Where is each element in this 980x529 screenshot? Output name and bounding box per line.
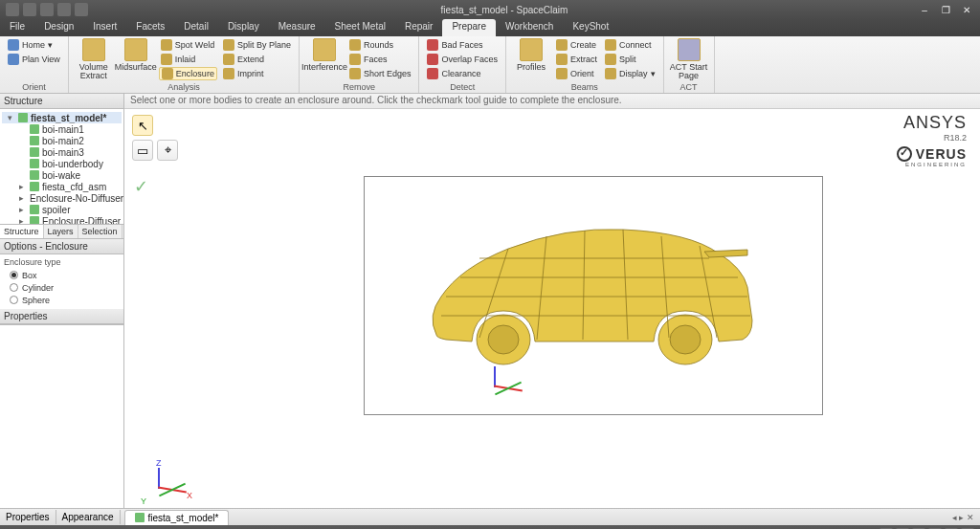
ribbon-group-analysis: Volume Extract Midsurface Spot Weld Inla… [69,36,300,93]
tree-item[interactable]: ▸fiesta_cfd_asm [2,181,122,192]
group-orient-label: Orient [6,82,62,93]
spot-weld-button[interactable]: Spot Weld [159,38,217,52]
group-analysis-label: Analysis [75,82,293,93]
imprint-button[interactable]: Imprint [221,67,293,80]
svg-point-3 [670,325,701,354]
qat-save-icon[interactable] [23,3,36,16]
overlap-faces-button[interactable]: Overlap Faces [425,53,500,66]
tree-root[interactable]: ▾fiesta_st_model* [2,112,122,123]
tree-item[interactable]: ▸Enclosure-Diffuser [2,215,122,224]
rounds-button[interactable]: Rounds [347,38,413,52]
box-tool-button[interactable]: ▭ [132,140,153,161]
ribbon: Home ▾ Plan View Orient Volume Extract M… [0,36,980,94]
tab-measure[interactable]: Measure [269,19,325,36]
cursor-icon: ↖ [138,119,148,133]
properties-panel-title: Properties [0,309,123,324]
tree-item[interactable]: boi-wake [2,169,122,181]
imprint-icon [223,68,234,79]
tree-item[interactable]: boi-underbody [2,158,122,169]
tree-item[interactable]: boi-main1 [2,123,122,135]
close-button[interactable]: ✕ [957,3,976,16]
sidebar-tab-layers[interactable]: Layers [44,225,78,238]
side-doc-tab-appearance[interactable]: Appearance [56,510,121,524]
maximize-button[interactable]: ❐ [936,3,955,16]
tree-item[interactable]: ▸spoiler [2,204,122,215]
tab-detail[interactable]: Detail [174,19,218,36]
short-edges-button[interactable]: Short Edges [347,67,413,80]
volume-extract-button[interactable]: Volume Extract [75,38,113,80]
tab-keyshot[interactable]: KeyShot [563,19,618,36]
home-button[interactable]: Home ▾ [6,38,62,52]
act-start-button[interactable]: ACT Start Page [670,38,708,80]
complete-check-button[interactable]: ✓ [134,176,148,197]
tab-insert[interactable]: Insert [83,19,126,36]
extend-icon [223,54,234,65]
beams-create-button[interactable]: Create [554,38,599,52]
tree-item[interactable]: boi-main2 [2,135,122,146]
bad-faces-button[interactable]: Bad Faces [425,38,500,52]
side-doc-tab-properties[interactable]: Properties [0,510,56,524]
y-label: Y [141,496,146,506]
radio-sphere[interactable]: Sphere [4,294,120,306]
qat-undo-icon[interactable] [40,3,54,16]
interference-icon [313,38,336,61]
profiles-button[interactable]: Profiles [512,38,550,72]
qat-app-icon[interactable] [6,3,19,16]
ansys-logo-text: ANSYS [897,113,967,133]
beams-connect-button[interactable]: Connect [603,38,657,52]
radio-box[interactable]: Box [4,269,120,281]
split-by-plane-icon [223,39,234,51]
beams-extract-button[interactable]: Extract [554,53,599,66]
sidebar-tab-selection[interactable]: Selection [78,225,122,238]
beams-display-button[interactable]: Display ▾ [603,67,657,80]
beams-orient-button[interactable]: Orient [554,67,599,80]
assembly-icon [18,113,28,122]
tree-item[interactable]: boi-main3 [2,146,122,158]
clearance-button[interactable]: Clearance [425,67,500,80]
doc-icon [135,513,145,522]
verus-subtitle: ENGINEERING [897,162,967,167]
faces-button[interactable]: Faces [347,53,413,66]
minimize-button[interactable]: – [915,3,934,16]
ribbon-group-remove: Interference Rounds Faces Short Edges Re… [300,36,420,93]
structure-tree[interactable]: ▾fiesta_st_model* boi-main1 boi-main2 bo… [0,109,123,224]
sidebar-tab-structure[interactable]: Structure [0,225,44,238]
canvas-area: Select one or more bodies to create an e… [124,94,980,508]
beams-display-icon [605,68,616,79]
tab-facets[interactable]: Facets [126,19,174,36]
viewport-3d[interactable] [364,176,823,415]
midsurface-button[interactable]: Midsurface [117,38,155,72]
radio-icon [10,283,18,292]
snap-tool-button[interactable]: ⌖ [157,140,178,161]
enclosure-icon [162,68,173,79]
beams-create-icon [556,39,568,51]
tab-display[interactable]: Display [218,19,269,36]
inlaid-icon [161,54,172,65]
split-by-plane-button[interactable]: Split By Plane [221,38,293,52]
select-tool-button[interactable]: ↖ [132,115,153,136]
tab-repair[interactable]: Repair [395,19,442,36]
plan-view-button[interactable]: Plan View [6,53,62,66]
tab-sheet-metal[interactable]: Sheet Metal [325,19,395,36]
tab-design[interactable]: Design [34,19,83,36]
beams-orient-icon [556,68,568,79]
verus-logo: VERUS [897,146,967,162]
tab-workbench[interactable]: Workbench [496,19,563,36]
enclosure-button[interactable]: Enclosure [159,67,217,80]
extend-button[interactable]: Extend [221,53,293,66]
radio-cylinder[interactable]: Cylinder [4,281,120,294]
group-detect-label: Detect [425,82,500,93]
inlaid-button[interactable]: Inlaid [159,53,217,66]
qat-dropdown-icon[interactable] [75,3,88,16]
tab-prepare[interactable]: Prepare [442,19,496,36]
interference-button[interactable]: Interference [305,38,344,72]
doc-tabs-controls[interactable]: ◂ ▸ ✕ [952,513,980,522]
snap-icon: ⌖ [165,143,171,158]
beams-split-button[interactable]: Split [603,53,657,66]
ribbon-group-act: ACT Start Page ACT [664,36,715,93]
midsurface-icon [124,38,147,61]
qat-redo-icon[interactable] [57,3,71,16]
document-tab[interactable]: fiesta_st_model* [124,510,230,525]
tab-file[interactable]: File [0,19,34,36]
tree-item[interactable]: ▸Enclosure-No-Diffuser [2,192,122,204]
